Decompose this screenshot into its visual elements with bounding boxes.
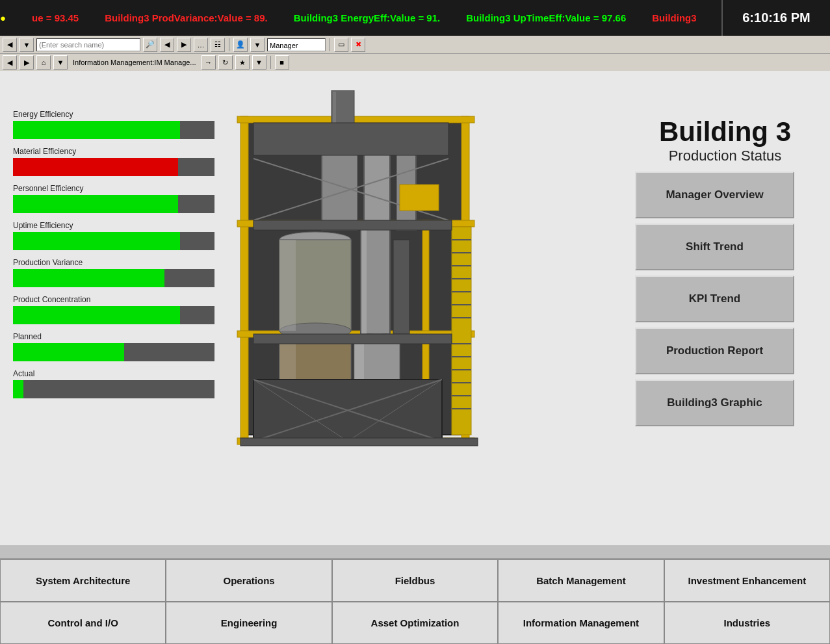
kpi-planned: Planned bbox=[13, 332, 247, 361]
kpi-label-material: Material Efficiency bbox=[13, 147, 247, 156]
manager-overview-button[interactable]: Manager Overview bbox=[635, 172, 794, 218]
tb-bookmark-btn[interactable]: ★ bbox=[235, 55, 250, 70]
kpi-bg-uptime bbox=[180, 232, 214, 250]
kpi-production-variance: Production Variance bbox=[13, 258, 247, 287]
svg-rect-39 bbox=[253, 220, 452, 230]
action-buttons-panel: Manager Overview Shift Trend KPI Trend P… bbox=[635, 172, 794, 426]
toolbar-area: ◀ ▼ 🔎 ◀ ▶ … ☷ 👤 ▼ Manager ▭ ✖ ◀ ▶ ⌂ ▼ In… bbox=[0, 36, 830, 71]
tb-dropdown-arrow[interactable]: ▼ bbox=[19, 38, 34, 52]
tb-back-btn2[interactable]: ◀ bbox=[3, 55, 17, 70]
kpi-bar-actual bbox=[13, 380, 214, 398]
ticker-item-4: Building3 bbox=[652, 12, 696, 23]
tb-nav-right[interactable]: ▶ bbox=[177, 38, 191, 52]
kpi-fill-prodconc bbox=[13, 306, 180, 324]
nav-fieldbus[interactable]: Fieldbus bbox=[332, 560, 498, 602]
svg-rect-48 bbox=[253, 334, 452, 344]
nav-row-1: System Architecture Operations Fieldbus … bbox=[0, 560, 830, 602]
clock-time: 6:10:16 PM bbox=[742, 10, 811, 25]
kpi-label-actual: Actual bbox=[13, 369, 247, 378]
ticker-content: ● ue = 93.45 Building3 ProdVariance:Valu… bbox=[0, 12, 697, 23]
bottom-nav: System Architecture Operations Fieldbus … bbox=[0, 558, 830, 644]
kpi-fill-prodvar bbox=[13, 269, 164, 287]
svg-rect-34 bbox=[361, 227, 367, 334]
tb-window-btn[interactable]: ▭ bbox=[334, 38, 348, 52]
kpi-bar-personnel bbox=[13, 195, 214, 213]
industrial-graphic bbox=[221, 90, 500, 454]
clock-display: 6:10:16 PM bbox=[721, 0, 830, 36]
breadcrumb-text: Information Management:IM Manage... bbox=[70, 58, 199, 66]
nav-row-2: Control and I/O Engineering Asset Optimi… bbox=[0, 602, 830, 644]
production-report-button[interactable]: Production Report bbox=[635, 328, 794, 374]
kpi-fill-planned bbox=[13, 343, 124, 361]
tb-dropdown-btn3[interactable]: ▼ bbox=[53, 55, 68, 70]
nav-operations[interactable]: Operations bbox=[166, 560, 331, 602]
kpi-label-energy: Energy Efficiency bbox=[13, 110, 247, 119]
kpi-bg-planned bbox=[124, 343, 215, 361]
kpi-personnel-efficiency: Personnel Efficiency bbox=[13, 184, 247, 213]
building-name: Building 3 bbox=[659, 116, 791, 148]
kpi-uptime-efficiency: Uptime Efficiency bbox=[13, 221, 247, 250]
kpi-energy-efficiency: Energy Efficiency bbox=[13, 110, 247, 139]
kpi-label-personnel: Personnel Efficiency bbox=[13, 184, 247, 193]
ticker-item-2: Building3 EnergyEff:Value = 91. bbox=[294, 12, 440, 23]
kpi-bg-material bbox=[178, 158, 214, 176]
tb-fwd-btn2[interactable]: ▶ bbox=[19, 55, 34, 70]
tb-search-button[interactable]: 🔎 bbox=[143, 38, 157, 52]
kpi-panel: Energy Efficiency Material Efficiency Pe… bbox=[13, 110, 247, 406]
search-input[interactable] bbox=[36, 38, 140, 51]
tb-sep-3 bbox=[270, 56, 271, 69]
kpi-bar-prodvar bbox=[13, 269, 214, 287]
kpi-bg-actual bbox=[23, 380, 215, 398]
kpi-bg-energy bbox=[180, 121, 214, 139]
ticker-item-1: Building3 ProdVariance:Value = 89. bbox=[105, 12, 268, 23]
tb-refresh-btn[interactable]: ↻ bbox=[218, 55, 233, 70]
kpi-fill-material bbox=[13, 158, 178, 176]
nav-asset-optimization[interactable]: Asset Optimization bbox=[332, 602, 498, 644]
nav-investment-enhancement[interactable]: Investment Enhancement bbox=[664, 560, 830, 602]
tb-sep-1 bbox=[229, 38, 229, 51]
tb-home-btn[interactable]: ⌂ bbox=[36, 55, 51, 70]
ticker-icon: ● bbox=[0, 12, 6, 23]
tb-close-btn[interactable]: ✖ bbox=[351, 38, 365, 52]
kpi-material-efficiency: Material Efficiency bbox=[13, 147, 247, 176]
tb-sep-2 bbox=[330, 38, 330, 51]
ticker-bar: ● ue = 93.45 Building3 ProdVariance:Valu… bbox=[0, 0, 721, 36]
tb-back-button[interactable]: ◀ bbox=[3, 38, 17, 52]
tb-stop-btn[interactable]: ■ bbox=[275, 55, 289, 70]
nav-system-architecture[interactable]: System Architecture bbox=[0, 560, 166, 602]
tb-dropdown-arrow2[interactable]: ▼ bbox=[250, 38, 265, 52]
kpi-fill-actual bbox=[13, 380, 23, 398]
kpi-bar-energy bbox=[13, 121, 214, 139]
nav-information-management[interactable]: Information Management bbox=[498, 602, 664, 644]
tb-user-btn[interactable]: 👤 bbox=[233, 38, 248, 52]
nav-batch-management[interactable]: Batch Management bbox=[498, 560, 664, 602]
tb-dropdown-btn4[interactable]: ▼ bbox=[252, 55, 266, 70]
tb-cursor-btn[interactable]: → bbox=[201, 55, 216, 70]
ticker-item-3: Building3 UpTimeEff:Value = 97.66 bbox=[466, 12, 626, 23]
kpi-actual: Actual bbox=[13, 369, 247, 398]
svg-rect-35 bbox=[393, 240, 409, 334]
svg-rect-38 bbox=[400, 185, 439, 211]
shift-trend-button[interactable]: Shift Trend bbox=[635, 224, 794, 270]
user-label: Manager bbox=[267, 38, 326, 51]
kpi-trend-button[interactable]: KPI Trend bbox=[635, 276, 794, 322]
kpi-label-prodvar: Production Variance bbox=[13, 258, 247, 267]
svg-rect-4 bbox=[237, 116, 474, 123]
kpi-product-concentration: Product Concentration bbox=[13, 295, 247, 324]
nav-industries[interactable]: Industries bbox=[664, 602, 830, 644]
svg-rect-8 bbox=[452, 227, 471, 435]
nav-control-io[interactable]: Control and I/O bbox=[0, 602, 166, 644]
kpi-label-uptime: Uptime Efficiency bbox=[13, 221, 247, 230]
kpi-label-planned: Planned bbox=[13, 332, 247, 341]
kpi-label-prodconc: Product Concentration bbox=[13, 295, 247, 304]
tb-nav-left[interactable]: ◀ bbox=[160, 38, 174, 52]
kpi-bar-uptime bbox=[13, 232, 214, 250]
industrial-svg bbox=[221, 90, 500, 454]
nav-engineering[interactable]: Engineering bbox=[166, 602, 331, 644]
building3-graphic-button[interactable]: Building3 Graphic bbox=[635, 380, 794, 426]
kpi-bg-personnel bbox=[178, 195, 214, 213]
tb-grid-btn[interactable]: ☷ bbox=[211, 38, 225, 52]
kpi-fill-energy bbox=[13, 121, 180, 139]
tb-more-btn[interactable]: … bbox=[194, 38, 208, 52]
main-content: Energy Efficiency Material Efficiency Pe… bbox=[0, 71, 830, 545]
